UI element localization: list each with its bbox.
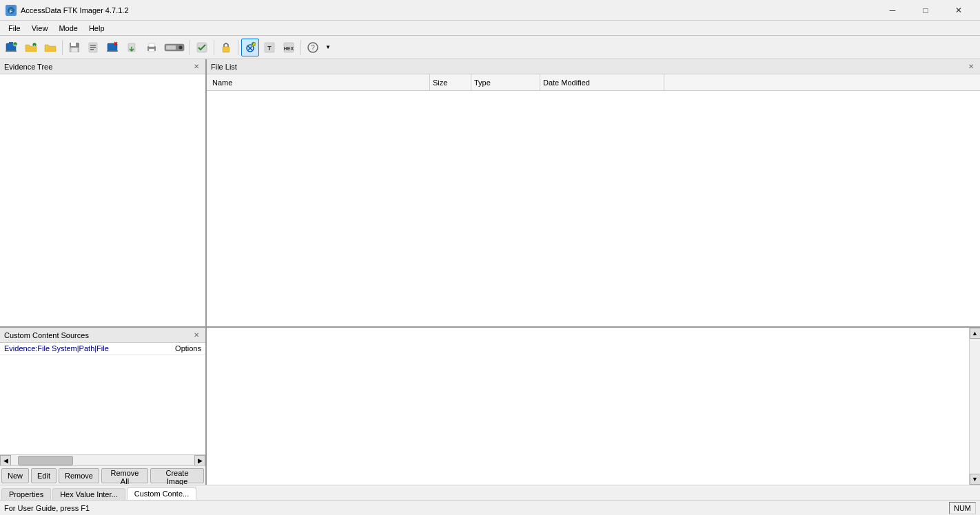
- file-list-panel: File List ✕ Name Size Type Date Modified: [207, 59, 980, 326]
- svg-rect-29: [223, 47, 229, 52]
- toolbar-sep-4: [238, 40, 238, 55]
- custom-content-buttons: New Edit Remove Remove All Create Image: [0, 465, 205, 485]
- svg-rect-14: [90, 45, 96, 46]
- top-section: Evidence Tree ✕ File List ✕ Name Size Ty…: [0, 59, 980, 328]
- hscroll-thumb[interactable]: [18, 456, 73, 465]
- evidence-tree-panel: Evidence Tree ✕: [0, 59, 207, 326]
- vscroll-down-arrow[interactable]: ▼: [970, 474, 981, 485]
- close-button[interactable]: ✕: [943, 0, 974, 21]
- bottom-section: Custom Content Sources ✕ Evidence:File S…: [0, 328, 980, 485]
- hscroll-left-arrow[interactable]: ◀: [0, 455, 11, 466]
- viewer-panel[interactable]: ▲ ▼: [207, 328, 980, 485]
- svg-rect-10: [71, 43, 76, 46]
- col-header-size[interactable]: Size: [430, 74, 471, 90]
- verify-button[interactable]: [193, 39, 211, 56]
- svg-rect-15: [90, 47, 96, 48]
- toolbar-dropdown-button[interactable]: ▼: [323, 39, 333, 56]
- toolbar-sep-1: [62, 40, 63, 55]
- col-header-name[interactable]: Name: [210, 74, 430, 90]
- col-header-date-modified[interactable]: Date Modified: [540, 74, 664, 90]
- svg-rect-3: [6, 50, 17, 52]
- edit-button[interactable]: Edit: [31, 468, 57, 483]
- content-source-col-options: Options: [175, 344, 201, 353]
- toolbar: + +: [0, 36, 980, 59]
- evidence-tree-header: Evidence Tree ✕: [0, 59, 205, 74]
- save-dir-button[interactable]: [85, 39, 103, 56]
- evidence-tree-title: Evidence Tree: [4, 63, 52, 71]
- toolbar-sep-3: [214, 40, 214, 55]
- menu-mode[interactable]: Mode: [53, 23, 83, 34]
- statusbar: For User Guide, press F1 NUM: [0, 500, 980, 515]
- new-folder-button[interactable]: [41, 39, 59, 56]
- titlebar-controls: ─ □ ✕: [877, 0, 974, 21]
- tab-custom-content[interactable]: Custom Conte...: [127, 487, 196, 500]
- bottom-tabs: Properties Hex Value Inter... Custom Con…: [0, 485, 980, 500]
- help-button[interactable]: ?: [304, 39, 322, 56]
- file-list-header: File List ✕: [207, 59, 980, 74]
- svg-rect-27: [166, 45, 176, 50]
- tab-properties[interactable]: Properties: [1, 488, 51, 500]
- svg-rect-24: [149, 49, 154, 52]
- hscroll-right-arrow[interactable]: ▶: [194, 455, 205, 466]
- svg-rect-23: [149, 43, 154, 47]
- svg-text:🔑: 🔑: [252, 42, 256, 47]
- svg-rect-16: [90, 49, 94, 50]
- add-evidence-button[interactable]: +: [3, 39, 21, 56]
- export-files-button[interactable]: [123, 39, 141, 56]
- toolbar-sep-2: [190, 40, 190, 55]
- remove-all-button[interactable]: Remove All: [101, 468, 148, 483]
- decrypt-button[interactable]: [217, 39, 235, 56]
- maximize-button[interactable]: □: [910, 0, 941, 21]
- num-indicator: NUM: [949, 502, 976, 514]
- menubar: File View Mode Help: [0, 21, 980, 36]
- svg-point-26: [179, 45, 183, 49]
- svg-text:T: T: [267, 45, 272, 52]
- svg-text:+: +: [34, 43, 36, 47]
- titlebar: F AccessData FTK Imager 4.7.1.2 ─ □ ✕: [0, 0, 980, 21]
- file-list-close[interactable]: ✕: [966, 62, 976, 72]
- content-source-col-path: Evidence:File System|Path|File: [4, 344, 109, 353]
- menu-file[interactable]: File: [3, 23, 26, 34]
- remove-button[interactable]: Remove: [59, 468, 99, 483]
- menu-view[interactable]: View: [26, 23, 54, 34]
- titlebar-title: AccessData FTK Imager 4.7.1.2: [21, 6, 129, 14]
- svg-text:?: ?: [311, 44, 315, 52]
- file-list-title: File List: [211, 63, 237, 71]
- content-source-columns: Evidence:File System|Path|File Options: [0, 343, 205, 355]
- custom-content-close[interactable]: ✕: [192, 330, 201, 340]
- hex-text-view-button[interactable]: HEX: [280, 39, 298, 56]
- custom-content-title: Custom Content Sources: [4, 331, 89, 339]
- mount-button[interactable]: [162, 39, 187, 56]
- vscroll-up-arrow[interactable]: ▲: [970, 328, 981, 339]
- chevron-down-icon: ▼: [325, 44, 331, 50]
- hex-view-button[interactable]: 🔑: [241, 39, 259, 56]
- new-button[interactable]: New: [1, 468, 29, 483]
- svg-text:F: F: [10, 9, 13, 14]
- svg-text:+: +: [14, 42, 17, 46]
- tab-hex-value[interactable]: Hex Value Inter...: [52, 488, 125, 500]
- custom-content-sources-panel: Custom Content Sources ✕ Evidence:File S…: [0, 328, 207, 485]
- minimize-button[interactable]: ─: [877, 0, 908, 21]
- hscroll-track[interactable]: [11, 455, 194, 466]
- add-folder-button[interactable]: +: [22, 39, 40, 56]
- evidence-tree-body[interactable]: [0, 74, 205, 326]
- print-button[interactable]: [143, 39, 161, 56]
- svg-text:HEX: HEX: [284, 46, 294, 51]
- text-view-button[interactable]: T: [261, 39, 278, 56]
- svg-rect-18: [107, 50, 118, 52]
- remove-evidence-button[interactable]: [104, 39, 122, 56]
- titlebar-left: F AccessData FTK Imager 4.7.1.2: [6, 5, 129, 16]
- file-list-columns: Name Size Type Date Modified: [207, 74, 980, 91]
- svg-rect-17: [108, 43, 117, 50]
- menu-help[interactable]: Help: [83, 23, 110, 34]
- svg-rect-12: [72, 48, 77, 52]
- evidence-tree-close[interactable]: ✕: [192, 62, 201, 72]
- file-list-body[interactable]: [207, 91, 980, 326]
- status-text: For User Guide, press F1: [4, 504, 90, 512]
- save-button[interactable]: [65, 39, 83, 56]
- col-header-type[interactable]: Type: [471, 74, 540, 90]
- main-content: Evidence Tree ✕ File List ✕ Name Size Ty…: [0, 59, 980, 500]
- create-image-button[interactable]: Create Image: [150, 468, 204, 483]
- toolbar-sep-5: [300, 40, 301, 55]
- custom-content-hscroll: ◀ ▶: [0, 454, 205, 465]
